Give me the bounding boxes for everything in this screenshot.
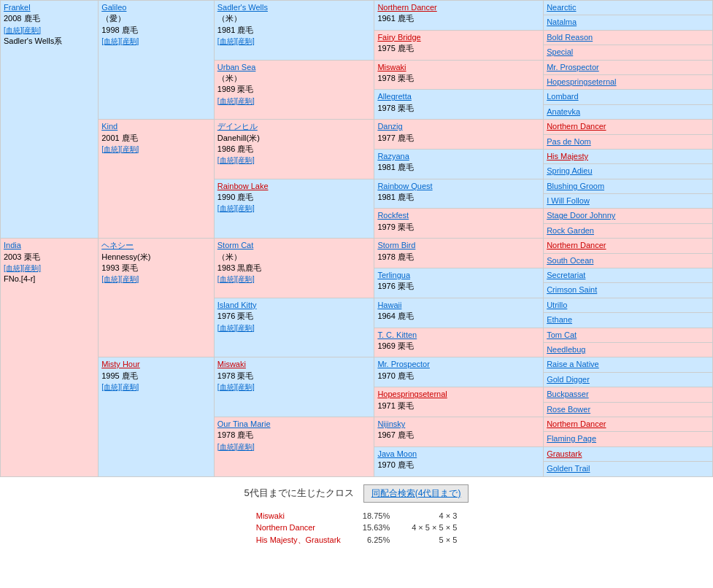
horse-india: India 2003 栗毛 [血統][産駒] FNo.[4-r]	[1, 239, 99, 476]
raise-a-native-name[interactable]: Raise a Native	[547, 360, 599, 368]
razyana-name[interactable]: Razyana	[377, 152, 409, 160]
danehill-year: 1986 鹿毛	[217, 144, 254, 153]
tom-cat-name[interactable]: Tom Cat	[547, 330, 577, 339]
rainbow-lake-name[interactable]: Rainbow Lake	[217, 182, 269, 190]
horse-bold-reason: Bold Reason	[544, 30, 713, 45]
galileo-blood[interactable]: [血統][産駒]	[101, 37, 139, 45]
kind-name[interactable]: Kind	[101, 122, 117, 131]
horse-galileo: Galileo （愛） 1998 鹿毛 [血統][産駒]	[99, 1, 215, 120]
india-blood[interactable]: [血統][産駒]	[4, 264, 41, 272]
urban-sea-name[interactable]: Urban Sea	[217, 63, 256, 71]
northern-dancer-2-name[interactable]: Northern Dancer	[547, 122, 606, 131]
blushing-groom-name[interactable]: Blushing Groom	[547, 182, 604, 190]
utrillo-name[interactable]: Utrillo	[547, 301, 567, 309]
horse-sadlers-wells: Sadler's Wells （米） 1981 鹿毛 [血統][産駒]	[214, 1, 374, 61]
danehill-blood[interactable]: [血統][産駒]	[217, 156, 255, 164]
horse-rainbow-lake: Rainbow Lake 1990 鹿毛 [血統][産駒]	[214, 179, 374, 239]
anatevka-name[interactable]: Anatevka	[547, 107, 580, 116]
lombard-name[interactable]: Lombard	[547, 92, 578, 101]
hopespringseternal-2-name[interactable]: Hopespringseternal	[377, 390, 447, 398]
allegretta-name[interactable]: Allegretta	[377, 92, 411, 101]
urban-sea-paren: （米）	[217, 74, 242, 82]
stage-door-johnny-name[interactable]: Stage Door Johnny	[547, 211, 615, 220]
flaming-page-name[interactable]: Flaming Page	[547, 434, 596, 443]
nijinsky-name[interactable]: Nijinsky	[377, 419, 405, 428]
needlebug-name[interactable]: Needlebug	[547, 345, 585, 354]
search-button[interactable]: 同配合検索(4代目まで)	[363, 484, 469, 503]
i-will-follow-name[interactable]: I Will Follow	[547, 196, 590, 205]
crimson-saint-name[interactable]: Crimson Saint	[547, 285, 597, 294]
tc-kitten-name[interactable]: T. C. Kitten	[377, 330, 417, 339]
danzig-year: 1977 鹿毛	[377, 134, 414, 142]
kind-blood[interactable]: [血統][産駒]	[101, 145, 139, 153]
horse-tom-cat: Tom Cat	[544, 328, 713, 342]
danehill-name[interactable]: デインヒル	[217, 122, 258, 131]
cross2-pct: 15.63%	[352, 522, 401, 533]
horse-northern-dancer-3: Northern Dancer	[544, 239, 713, 253]
rainbow-lake-year: 1990 鹿毛	[217, 193, 254, 201]
rock-garden-name[interactable]: Rock Garden	[547, 226, 594, 235]
horse-graustark: Graustark	[544, 446, 713, 461]
miswaki-2-blood[interactable]: [血統][産駒]	[217, 383, 255, 391]
hennessy-blood[interactable]: [血統][産駒]	[101, 275, 139, 283]
hopespringseternal-1-name[interactable]: Hopespringseternal	[547, 77, 616, 86]
cross2-pattern: 4 × 5 × 5 × 5	[401, 522, 468, 533]
special-name[interactable]: Special	[547, 47, 573, 56]
horse-south-ocean: South Ocean	[544, 253, 713, 268]
frankel-name[interactable]: Frankel	[4, 3, 31, 12]
pedigree-table: Frankel 2008 鹿毛 [血統][産駒] Sadler's Wells系…	[0, 0, 713, 477]
horse-crimson-saint: Crimson Saint	[544, 283, 713, 298]
misty-hour-name[interactable]: Misty Hour	[101, 360, 140, 368]
misty-hour-blood[interactable]: [血統][産駒]	[101, 383, 139, 391]
horse-nearctic: Nearctic	[544, 1, 713, 15]
rainbow-quest-name[interactable]: Rainbow Quest	[377, 182, 432, 190]
pas-de-nom-name[interactable]: Pas de Nom	[547, 137, 591, 146]
secretariat-name[interactable]: Secretariat	[547, 271, 585, 279]
terlingua-name[interactable]: Terlingua	[377, 271, 410, 279]
frankel-blood[interactable]: [血統][産駒]	[4, 26, 41, 34]
nearctic-name[interactable]: Nearctic	[547, 3, 576, 12]
golden-trail-name[interactable]: Golden Trail	[547, 464, 590, 473]
northern-dancer-4-name[interactable]: Northern Dancer	[547, 419, 606, 428]
horse-utrillo: Utrillo	[544, 298, 713, 312]
horse-natalma: Natalma	[544, 15, 713, 30]
horse-buckpasser: Buckpasser	[544, 387, 713, 402]
storm-bird-name[interactable]: Storm Bird	[377, 241, 415, 249]
island-kitty-blood[interactable]: [血統][産駒]	[217, 324, 255, 332]
our-tina-marie-name[interactable]: Our Tina Marie	[217, 419, 271, 428]
java-moon-name[interactable]: Java Moon	[377, 449, 417, 458]
danzig-name[interactable]: Danzig	[377, 122, 402, 131]
rockfest-name[interactable]: Rockfest	[377, 211, 409, 220]
bold-reason-name[interactable]: Bold Reason	[547, 33, 593, 42]
rose-bower-name[interactable]: Rose Bower	[547, 405, 590, 414]
his-majesty-name[interactable]: His Majesty	[547, 152, 588, 160]
island-kitty-name[interactable]: Island Kitty	[217, 301, 257, 309]
horse-misty-hour: Misty Hour 1995 鹿毛 [血統][産駒]	[99, 357, 215, 476]
mr-prospector-2-name[interactable]: Mr. Prospector	[377, 360, 430, 368]
northern-dancer-3-name[interactable]: Northern Dancer	[547, 241, 606, 249]
hawaii-name[interactable]: Hawaii	[377, 301, 401, 309]
our-tina-marie-blood[interactable]: [血統][産駒]	[217, 443, 255, 451]
galileo-name[interactable]: Galileo	[101, 3, 126, 12]
sadlers-wells-blood[interactable]: [血統][産駒]	[217, 37, 255, 45]
india-name[interactable]: India	[4, 241, 21, 249]
miswaki-2-name[interactable]: Miswaki	[217, 360, 246, 368]
rainbow-lake-blood[interactable]: [血統][産駒]	[217, 204, 255, 212]
south-ocean-name[interactable]: South Ocean	[547, 256, 593, 265]
hennessy-name[interactable]: ヘネシー	[101, 241, 134, 249]
miswaki-1-name[interactable]: Miswaki	[377, 63, 406, 71]
northern-dancer-1-name[interactable]: Northern Dancer	[377, 3, 436, 12]
fairy-bridge-name[interactable]: Fairy Bridge	[377, 33, 420, 42]
graustark-name[interactable]: Graustark	[547, 449, 582, 458]
storm-cat-name[interactable]: Storm Cat	[217, 241, 254, 249]
spring-adieu-name[interactable]: Spring Adieu	[547, 166, 592, 175]
gold-digger-name[interactable]: Gold Digger	[547, 375, 590, 384]
urban-sea-blood[interactable]: [血統][産駒]	[217, 97, 255, 105]
ethane-name[interactable]: Ethane	[547, 315, 572, 324]
sadlers-wells-name[interactable]: Sadler's Wells	[217, 3, 268, 12]
buckpasser-name[interactable]: Buckpasser	[547, 390, 588, 398]
storm-cat-blood[interactable]: [血統][産駒]	[217, 275, 255, 283]
mr-prospector-1-name[interactable]: Mr. Prospector	[547, 63, 599, 71]
natalma-name[interactable]: Natalma	[547, 18, 577, 26]
horse-northern-dancer-2: Northern Dancer	[544, 120, 713, 134]
